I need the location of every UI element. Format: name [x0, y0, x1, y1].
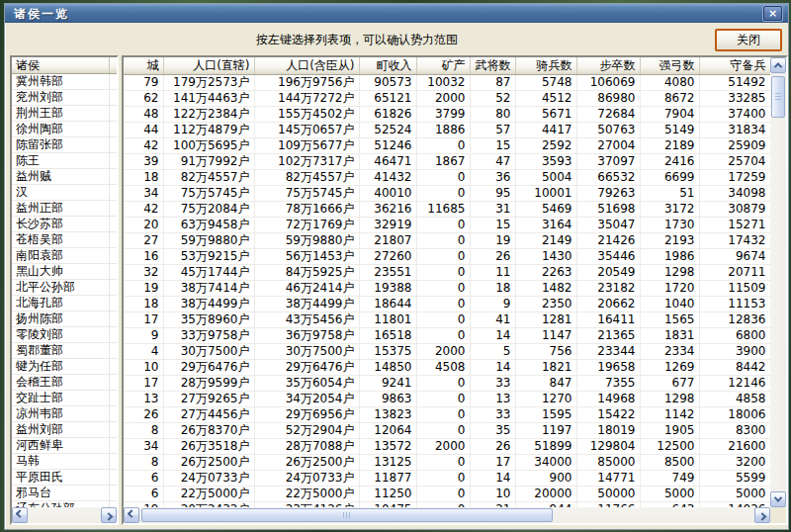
- table-cell[interactable]: 9241: [359, 376, 416, 392]
- scroll-right-button[interactable]: [754, 507, 770, 523]
- table-cell[interactable]: 8: [124, 455, 163, 471]
- table-row[interactable]: 3245万1744户84万5925户2355101122632054912982…: [124, 265, 770, 281]
- table-cell[interactable]: 10032: [416, 75, 470, 91]
- table-cell[interactable]: 0: [416, 297, 470, 312]
- table-cell[interactable]: 51492: [699, 75, 770, 91]
- table-cell[interactable]: 10: [124, 360, 163, 376]
- table-row[interactable]: 3426万3518户28万7088户1357220002651899129804…: [124, 439, 770, 455]
- table-cell[interactable]: 3593: [515, 154, 576, 170]
- column-header[interactable]: 矿产: [416, 57, 470, 75]
- table-cell[interactable]: 2193: [640, 233, 699, 249]
- column-header[interactable]: 人口(直辖): [163, 57, 254, 75]
- table-cell[interactable]: 23344: [576, 344, 640, 360]
- table-cell[interactable]: 11153: [699, 297, 770, 312]
- table-cell[interactable]: 0: [416, 376, 470, 392]
- table-row[interactable]: 1728万9599户35万6054户9241033847735567712146: [124, 376, 770, 392]
- table-cell[interactable]: 13572: [359, 439, 416, 455]
- table-row[interactable]: 1029万6476户29万6476户1485045081418211965812…: [124, 360, 770, 376]
- table-cell[interactable]: 144万7272户: [254, 91, 359, 107]
- table-cell[interactable]: 26万8370户: [163, 423, 254, 439]
- table-cell[interactable]: 14850: [359, 360, 416, 376]
- table-cell[interactable]: 27万4456户: [163, 407, 254, 423]
- table-cell[interactable]: 21807: [359, 233, 416, 249]
- table-cell[interactable]: 9: [470, 297, 515, 312]
- table-cell[interactable]: 21426: [576, 233, 640, 249]
- table-cell[interactable]: 24万0733户: [254, 471, 359, 487]
- table-cell[interactable]: 22万5000户: [254, 487, 359, 502]
- table-cell[interactable]: 2263: [515, 265, 576, 281]
- table-cell[interactable]: 30879: [699, 202, 770, 218]
- table-cell[interactable]: 2000: [416, 91, 470, 107]
- table-cell[interactable]: 78万1666户: [254, 202, 359, 218]
- table-cell[interactable]: 63万9458户: [163, 218, 254, 233]
- prince-name-row[interactable]: 会稽王部: [12, 375, 117, 391]
- horizontal-scroll-thumb[interactable]: [141, 508, 553, 522]
- prince-name-row[interactable]: 益州正部: [12, 201, 117, 217]
- table-cell[interactable]: 34098: [699, 186, 770, 202]
- table-cell[interactable]: 20711: [699, 265, 770, 281]
- table-cell[interactable]: 16: [124, 249, 163, 265]
- table-cell[interactable]: 1430: [515, 249, 576, 265]
- table-cell[interactable]: 1720: [640, 281, 699, 297]
- table-cell[interactable]: 22万5000户: [163, 487, 254, 502]
- table-cell[interactable]: 0: [416, 170, 470, 186]
- column-header[interactable]: 人口(含臣从): [254, 57, 359, 75]
- prince-name-row[interactable]: 平原田氏: [12, 470, 117, 486]
- table-cell[interactable]: 1281: [515, 312, 576, 328]
- table-cell[interactable]: 20: [124, 218, 163, 233]
- table-cell[interactable]: 56万1453户: [254, 249, 359, 265]
- table-row[interactable]: 1838万4499户38万4499户1864409235020662104011…: [124, 297, 770, 312]
- table-cell[interactable]: 129804: [576, 439, 640, 455]
- table-cell[interactable]: 82万4557户: [254, 170, 359, 186]
- table-cell[interactable]: 34: [124, 186, 163, 202]
- table-cell[interactable]: 26: [124, 407, 163, 423]
- table-cell[interactable]: 7355: [576, 376, 640, 392]
- table-cell[interactable]: 11: [470, 265, 515, 281]
- table-cell[interactable]: 45万1744户: [163, 265, 254, 281]
- table-cell[interactable]: 34: [124, 439, 163, 455]
- table-row[interactable]: 3475万5745户75万5745户4001009510001792635134…: [124, 186, 770, 202]
- table-cell[interactable]: 5004: [515, 170, 576, 186]
- table-cell[interactable]: 1821: [515, 360, 576, 376]
- table-cell[interactable]: 80: [470, 107, 515, 123]
- scroll-right-button[interactable]: [101, 507, 117, 523]
- table-cell[interactable]: 29万6476户: [254, 360, 359, 376]
- table-cell[interactable]: 11877: [359, 471, 416, 487]
- table-cell[interactable]: 0: [416, 455, 470, 471]
- table-cell[interactable]: 23182: [576, 281, 640, 297]
- table-cell[interactable]: 62: [124, 91, 163, 107]
- table-cell[interactable]: 17: [124, 312, 163, 328]
- table-row[interactable]: 48122万2384户155万4502户61826379980567172684…: [124, 107, 770, 123]
- table-cell[interactable]: 9674: [699, 249, 770, 265]
- table-cell[interactable]: 87: [470, 75, 515, 91]
- table-cell[interactable]: 11250: [359, 487, 416, 502]
- table-cell[interactable]: 33285: [699, 91, 770, 107]
- table-cell[interactable]: 18: [124, 170, 163, 186]
- table-cell[interactable]: 35446: [576, 249, 640, 265]
- table-cell[interactable]: 26万2500户: [163, 455, 254, 471]
- table-cell[interactable]: 2592: [515, 138, 576, 154]
- table-cell[interactable]: 29万6476户: [163, 360, 254, 376]
- table-cell[interactable]: 84万5925户: [254, 265, 359, 281]
- table-cell[interactable]: 33: [470, 376, 515, 392]
- table-cell[interactable]: 0: [416, 186, 470, 202]
- table-cell[interactable]: 38万7414户: [163, 281, 254, 297]
- table-cell[interactable]: 112万4879户: [163, 123, 254, 138]
- table-cell[interactable]: 30万7500户: [163, 344, 254, 360]
- table-cell[interactable]: 1298: [640, 265, 699, 281]
- prince-name-row[interactable]: 南阳袁部: [12, 248, 117, 264]
- table-cell[interactable]: 13125: [359, 455, 416, 471]
- table-cell[interactable]: 1730: [640, 218, 699, 233]
- table-cell[interactable]: 17432: [699, 233, 770, 249]
- table-cell[interactable]: 36216: [359, 202, 416, 218]
- table-cell[interactable]: 59万9880户: [254, 233, 359, 249]
- table-cell[interactable]: 52万2904户: [254, 423, 359, 439]
- table-cell[interactable]: 25704: [699, 154, 770, 170]
- table-cell[interactable]: 4417: [515, 123, 576, 138]
- table-cell[interactable]: 79: [124, 75, 163, 91]
- table-cell[interactable]: 15375: [359, 344, 416, 360]
- table-cell[interactable]: 2350: [515, 297, 576, 312]
- table-cell[interactable]: 42: [124, 202, 163, 218]
- table-cell[interactable]: 18019: [576, 423, 640, 439]
- table-cell[interactable]: 38万4499户: [163, 297, 254, 312]
